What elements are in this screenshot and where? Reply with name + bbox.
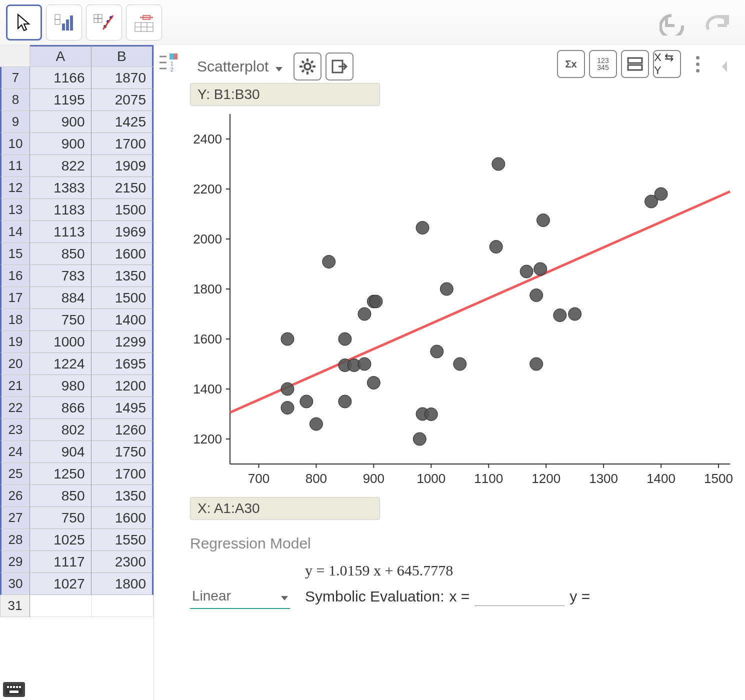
cell[interactable]: 1500 — [92, 287, 154, 309]
row-header[interactable]: 19 — [0, 331, 30, 353]
row-header[interactable]: 10 — [0, 133, 30, 155]
row-header[interactable]: 11 — [0, 155, 30, 177]
two-variable-tool-button[interactable] — [86, 4, 122, 40]
cell[interactable]: 1113 — [30, 221, 92, 243]
cell[interactable]: 1000 — [30, 331, 92, 353]
row-header[interactable]: 21 — [0, 375, 30, 397]
export-button[interactable] — [326, 52, 354, 80]
cell[interactable]: 1750 — [92, 441, 154, 463]
cell[interactable]: 1350 — [92, 265, 154, 287]
row-header[interactable]: 29 — [0, 551, 30, 573]
cell[interactable]: 1550 — [92, 529, 154, 551]
cell[interactable]: 1600 — [92, 507, 154, 529]
cell[interactable]: 1117 — [30, 551, 92, 573]
cell[interactable]: 1200 — [92, 375, 154, 397]
redo-button[interactable] — [700, 8, 735, 38]
row-header[interactable]: 12 — [0, 177, 30, 199]
row-header[interactable]: 30 — [0, 573, 30, 595]
settings-button[interactable] — [294, 52, 322, 80]
cell[interactable]: 1025 — [30, 529, 92, 551]
show-data-table-button[interactable]: 123345 — [589, 50, 617, 78]
cell[interactable]: 1800 — [92, 573, 154, 595]
row-header[interactable]: 18 — [0, 309, 30, 331]
row-header[interactable]: 24 — [0, 441, 30, 463]
row-header[interactable]: 27 — [0, 507, 30, 529]
row-header[interactable]: 26 — [0, 485, 30, 507]
sum-stats-button[interactable]: Σx — [557, 50, 585, 78]
chart-area[interactable]: 7008009001000110012001300140015001200140… — [190, 109, 735, 494]
cell[interactable]: 1495 — [92, 397, 154, 419]
cell[interactable]: 1700 — [92, 133, 154, 155]
undo-button[interactable] — [657, 8, 692, 38]
cell[interactable]: 900 — [30, 133, 92, 155]
row-header[interactable]: 8 — [0, 89, 30, 111]
cell[interactable]: 1400 — [92, 309, 154, 331]
cell[interactable]: 1500 — [92, 199, 154, 221]
cell[interactable] — [92, 595, 154, 617]
show-data-button[interactable]: 12 — [154, 48, 184, 78]
pointer-tool-button[interactable] — [6, 4, 42, 40]
cell[interactable]: 980 — [30, 375, 92, 397]
cell[interactable]: 1425 — [92, 111, 154, 133]
row-header[interactable]: 28 — [0, 529, 30, 551]
cell[interactable]: 1700 — [92, 463, 154, 485]
cell[interactable]: 1260 — [92, 419, 154, 441]
y-range-input[interactable]: Y: B1:B30 — [190, 83, 380, 106]
cell[interactable]: 1350 — [92, 485, 154, 507]
cell[interactable]: 1969 — [92, 221, 154, 243]
cell[interactable] — [30, 595, 92, 617]
row-header[interactable]: 9 — [0, 111, 30, 133]
cell[interactable]: 822 — [30, 155, 92, 177]
row-header[interactable]: 17 — [0, 287, 30, 309]
cell[interactable]: 1600 — [92, 243, 154, 265]
row-header[interactable]: 16 — [0, 265, 30, 287]
column-header-a[interactable]: A — [30, 45, 92, 66]
x-range-input[interactable]: X: A1:A30 — [190, 497, 380, 520]
keyboard-icon[interactable] — [3, 682, 25, 697]
corner-cell[interactable] — [0, 45, 30, 66]
one-variable-tool-button[interactable] — [46, 4, 82, 40]
regression-type-dropdown[interactable]: Linear — [190, 584, 290, 609]
cell[interactable]: 850 — [30, 485, 92, 507]
collapse-panel-button[interactable] — [720, 59, 730, 74]
cell[interactable]: 750 — [30, 309, 92, 331]
cell[interactable]: 783 — [30, 265, 92, 287]
cell[interactable]: 866 — [30, 397, 92, 419]
row-header[interactable]: 31 — [0, 595, 30, 617]
swap-xy-button[interactable]: X ⇆ Y — [653, 50, 681, 78]
cell[interactable]: 1027 — [30, 573, 92, 595]
cell[interactable]: 2150 — [92, 177, 154, 199]
cell[interactable]: 884 — [30, 287, 92, 309]
multi-variable-tool-button[interactable] — [126, 4, 162, 40]
cell[interactable]: 802 — [30, 419, 92, 441]
row-header[interactable]: 15 — [0, 243, 30, 265]
cell[interactable]: 900 — [30, 111, 92, 133]
cell[interactable]: 1183 — [30, 199, 92, 221]
cell[interactable]: 904 — [30, 441, 92, 463]
cell[interactable]: 850 — [30, 243, 92, 265]
cell[interactable]: 1909 — [92, 155, 154, 177]
cell[interactable]: 2075 — [92, 89, 154, 111]
cell[interactable]: 750 — [30, 507, 92, 529]
sym-x-input[interactable] — [474, 588, 564, 606]
cell[interactable]: 1383 — [30, 177, 92, 199]
row-header[interactable]: 23 — [0, 419, 30, 441]
cell[interactable]: 1224 — [30, 353, 92, 375]
row-header[interactable]: 25 — [0, 463, 30, 485]
cell[interactable]: 1299 — [92, 331, 154, 353]
row-header[interactable]: 13 — [0, 199, 30, 221]
chart-type-dropdown[interactable]: Scatterplot — [190, 55, 290, 78]
cell[interactable]: 1195 — [30, 89, 92, 111]
cell[interactable]: 1166 — [30, 67, 92, 89]
cell[interactable]: 1250 — [30, 463, 92, 485]
cell[interactable]: 1695 — [92, 353, 154, 375]
more-menu-button[interactable] — [690, 56, 705, 72]
row-header[interactable]: 7 — [0, 67, 30, 89]
row-header[interactable]: 14 — [0, 221, 30, 243]
row-header[interactable]: 22 — [0, 397, 30, 419]
row-header[interactable]: 20 — [0, 353, 30, 375]
layout-button[interactable] — [621, 50, 649, 78]
cell[interactable]: 1870 — [92, 67, 154, 89]
cell[interactable]: 2300 — [92, 551, 154, 573]
column-header-b[interactable]: B — [92, 45, 154, 66]
